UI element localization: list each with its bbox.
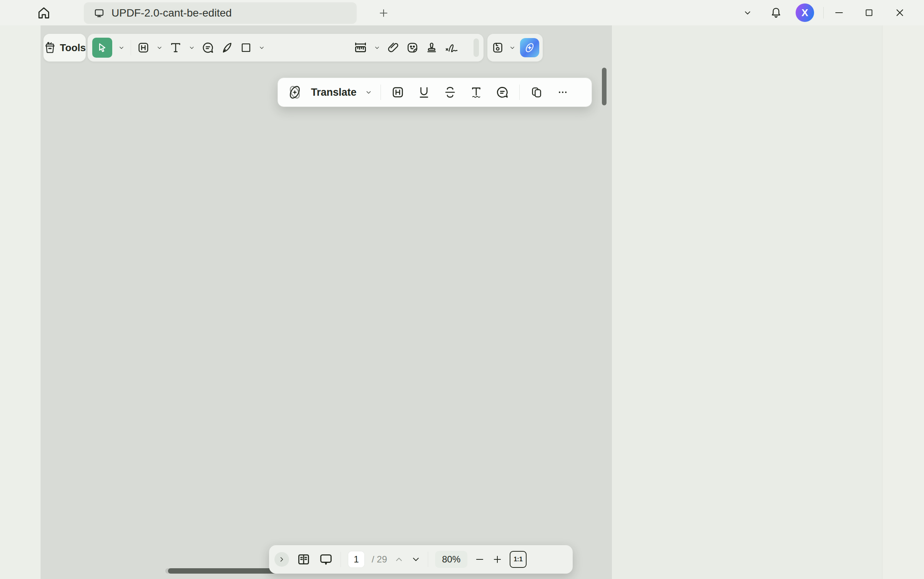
shape-tool-chevron[interactable]	[258, 44, 266, 52]
shape-tool-button[interactable]	[239, 38, 253, 58]
page-total-label: / 29	[372, 554, 387, 565]
previous-page-button[interactable]	[394, 554, 404, 564]
main-toolbar	[88, 34, 484, 62]
pdf-canvas	[41, 25, 612, 579]
select-tool-button[interactable]	[92, 38, 112, 58]
heading-tool-button[interactable]	[136, 38, 150, 58]
page-number-input[interactable]: 1	[348, 551, 365, 568]
underline-button[interactable]	[415, 85, 433, 100]
copy-selection-button[interactable]	[527, 85, 546, 99]
page-navigation-bar: 1 / 29 80% 1:1	[269, 545, 573, 574]
minimize-button[interactable]	[830, 5, 848, 21]
heading-tool-chevron[interactable]	[156, 44, 163, 52]
toolbar-overflow-pill[interactable]	[474, 38, 479, 57]
toolbox-icon	[43, 41, 57, 54]
save-button[interactable]	[491, 38, 505, 58]
new-tab-button[interactable]	[377, 6, 391, 20]
translate-action-label[interactable]: Translate	[311, 87, 357, 98]
avatar-initial: X	[801, 7, 808, 19]
attachment-tool-button[interactable]	[386, 38, 400, 58]
notifications-bell-icon[interactable]	[767, 5, 785, 21]
tools-label: Tools	[60, 42, 86, 54]
tab-document-icon	[93, 7, 105, 19]
next-page-button[interactable]	[411, 554, 421, 564]
ask-pdf-panel	[612, 25, 882, 579]
squiggly-button[interactable]	[467, 85, 485, 100]
right-tool-rail	[882, 25, 924, 579]
stamp-tool-button[interactable]	[425, 38, 439, 58]
translate-chevron[interactable]	[364, 88, 373, 96]
presentation-mode-button[interactable]	[318, 552, 334, 567]
measure-tool-chevron[interactable]	[373, 44, 381, 52]
save-chevron[interactable]	[509, 44, 516, 52]
more-actions-button[interactable]	[553, 87, 572, 98]
actual-size-button[interactable]: 1:1	[510, 551, 527, 568]
user-avatar[interactable]: X	[796, 3, 814, 22]
document-tab[interactable]: UPDF-2.0-cant-be-edited	[84, 2, 357, 24]
tab-title: UPDF-2.0-cant-be-edited	[111, 7, 232, 19]
sticker-tool-button[interactable]	[405, 38, 419, 58]
close-button[interactable]	[891, 5, 909, 21]
tools-button[interactable]: Tools	[43, 34, 86, 62]
selection-toolbar: Translate	[278, 78, 592, 107]
pen-tool-button[interactable]	[220, 38, 234, 58]
zoom-level-input[interactable]: 80%	[435, 551, 467, 568]
ai-assistant-button[interactable]	[520, 38, 539, 57]
vertical-scrollbar-thumb[interactable]	[602, 68, 607, 105]
text-tool-chevron[interactable]	[188, 44, 196, 52]
signature-tool-button[interactable]	[444, 38, 459, 58]
two-page-view-button[interactable]	[296, 552, 311, 567]
maximize-button[interactable]	[860, 5, 878, 21]
titlebar-divider	[823, 7, 824, 18]
ai-translate-icon	[286, 84, 303, 101]
zoom-out-button[interactable]	[474, 554, 485, 565]
measure-tool-button[interactable]	[353, 38, 368, 58]
comment-tool-button[interactable]	[201, 38, 215, 58]
strikethrough-button[interactable]	[441, 85, 459, 100]
home-button[interactable]	[34, 4, 54, 22]
save-toolbar	[487, 34, 543, 62]
collapse-toolbar-chevron[interactable]	[739, 5, 756, 21]
left-sidebar	[0, 25, 41, 579]
highlight-button[interactable]	[389, 85, 407, 100]
expand-bar-button[interactable]	[274, 552, 289, 567]
zoom-in-button[interactable]	[492, 554, 503, 565]
select-tool-chevron[interactable]	[118, 44, 125, 52]
window-titlebar: UPDF-2.0-cant-be-edited X	[0, 0, 924, 25]
comment-button[interactable]	[493, 85, 512, 100]
text-tool-button[interactable]	[169, 38, 183, 58]
